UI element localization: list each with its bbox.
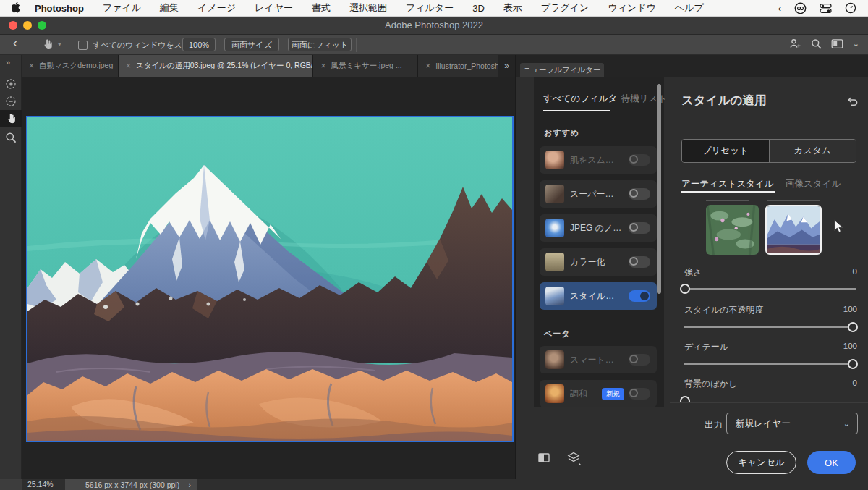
creative-cloud-icon[interactable] — [794, 2, 807, 14]
tab-custom[interactable]: カスタム — [769, 140, 856, 162]
filter-item-style-transfer-selected[interactable]: スタイル… — [540, 282, 657, 310]
style-thumbnail-waterlilies[interactable] — [706, 205, 759, 255]
filter-item-super-zoom[interactable]: スーパー… — [540, 180, 657, 208]
doc-tab-label: 風景ミキサー.jpeg ... — [331, 61, 401, 71]
filter-thumbnail — [545, 219, 564, 237]
workspace-icon[interactable] — [831, 38, 843, 49]
filter-toggle[interactable] — [629, 388, 650, 400]
fit-screen-button[interactable]: 画面サイズ — [224, 38, 279, 51]
doc-tab-4[interactable]: × Illustrator_Photoshop — [418, 55, 498, 77]
slider-strength-knob[interactable] — [680, 284, 690, 294]
slider-strength-value: 0 — [853, 267, 857, 276]
tab-preset[interactable]: プリセット — [682, 140, 769, 162]
menu-layer[interactable]: レイヤー — [255, 1, 293, 14]
filter-label: 調和 — [570, 388, 602, 400]
slider-opacity-value: 100 — [843, 305, 857, 313]
output-select[interactable]: 新規レイヤー ⌄ — [726, 413, 858, 434]
share-image-icon[interactable] — [789, 38, 801, 49]
hand-tool-selected[interactable] — [0, 110, 22, 127]
menu-type[interactable]: 書式 — [312, 1, 331, 14]
canvas-area[interactable] — [22, 77, 515, 479]
slider-strength-track[interactable] — [684, 288, 856, 290]
section-header-beta: ベータ — [544, 329, 571, 339]
tab-overflow-chevron[interactable]: » — [498, 55, 515, 77]
close-tab-icon[interactable]: × — [29, 61, 34, 71]
scroll-all-windows-checkbox[interactable] — [78, 41, 88, 50]
menu-image[interactable]: イメージ — [197, 1, 236, 14]
divider — [670, 255, 868, 255]
slider-detail-knob[interactable] — [848, 359, 858, 369]
ok-button[interactable]: OK — [807, 451, 856, 474]
hand-tool-icon[interactable] — [42, 38, 54, 51]
menu-app-name[interactable]: Photoshop — [35, 3, 84, 14]
slider-opacity-track[interactable] — [684, 326, 856, 328]
doc-tab-2-active[interactable]: × スタイルの適用03.jpeg @ 25.1% (レイヤー 0, RGB/8#… — [119, 55, 314, 77]
fill-screen-button[interactable]: 画面にフィット — [288, 38, 352, 51]
filter-item-colorize[interactable]: カラー化 — [540, 248, 657, 276]
hand-tool-dropdown-caret[interactable]: ▾ — [58, 41, 61, 48]
slider-opacity-knob[interactable] — [848, 322, 858, 332]
doc-tab-label: 自動マスクdemo.jpeg — [39, 61, 113, 71]
search-icon[interactable] — [811, 38, 822, 49]
filter-item-harmonization[interactable]: 調和 新規 — [540, 380, 657, 407]
close-tab-icon[interactable]: × — [126, 61, 131, 71]
photoshop-window: Photoshop ファイル 編集 イメージ レイヤー 書式 選択範囲 フィルタ… — [0, 0, 868, 490]
close-tab-icon[interactable]: × — [320, 61, 326, 71]
cancel-button[interactable]: キャンセル — [726, 451, 796, 474]
tab-image-styles[interactable]: 画像スタイル — [786, 178, 841, 190]
slider-background-blur-knob[interactable] — [680, 396, 690, 402]
doc-tab-1[interactable]: × 自動マスクdemo.jpeg — [22, 55, 119, 77]
menu-window[interactable]: ウィンドウ — [608, 1, 656, 14]
menu-filter[interactable]: フィルター — [406, 1, 454, 14]
filter-toggle[interactable] — [629, 256, 650, 268]
collapse-tools-icon[interactable]: » — [6, 58, 10, 67]
reset-icon[interactable] — [846, 96, 859, 107]
filter-label: スタイル… — [570, 290, 629, 303]
document-info[interactable]: 5616 px x 3744 px (300 ppi) › — [65, 479, 197, 490]
filter-item-smart-portrait[interactable]: スマート… — [540, 346, 657, 373]
filter-toggle[interactable] — [629, 354, 650, 366]
tab-all-filters[interactable]: すべてのフィルタ — [543, 93, 617, 104]
filter-item-jpeg-artifacts[interactable]: JPEG のノ… — [540, 214, 657, 242]
menu-3d[interactable]: 3D — [472, 3, 485, 14]
slider-detail-track[interactable] — [684, 363, 856, 365]
slider-opacity-label: スタイルの不透明度 — [684, 304, 763, 316]
filter-toggle-on[interactable] — [629, 290, 650, 302]
apple-icon[interactable] — [12, 2, 22, 14]
filter-toggle[interactable] — [629, 154, 650, 166]
filter-toggle[interactable] — [629, 188, 650, 200]
menu-select[interactable]: 選択範囲 — [349, 1, 387, 14]
layers-preview-icon[interactable] — [566, 451, 581, 465]
menubar-more-icon[interactable]: ‹ — [778, 3, 781, 14]
menu-file[interactable]: ファイル — [103, 1, 141, 14]
filter-list-scrollbar[interactable] — [657, 84, 661, 294]
tab-artist-styles[interactable]: アーティストスタイル — [681, 178, 774, 190]
filter-thumbnail — [545, 185, 564, 203]
clock-icon[interactable] — [845, 2, 856, 14]
magnifier-tool[interactable] — [0, 129, 22, 146]
zoom-out-tool[interactable] — [0, 93, 22, 110]
zoom-100-button[interactable]: 100% — [182, 38, 216, 51]
document-image[interactable] — [26, 116, 514, 442]
zoom-percentage[interactable]: 25.14% — [27, 480, 54, 489]
divider — [670, 122, 868, 122]
menu-edit[interactable]: 編集 — [160, 1, 179, 14]
neural-filters-tab[interactable]: ニューラルフィルター — [520, 63, 604, 77]
menu-help[interactable]: ヘルプ — [675, 1, 704, 14]
filter-toggle[interactable] — [629, 222, 650, 234]
zoom-in-tool[interactable] — [0, 75, 22, 93]
menu-plugins[interactable]: プラグイン — [541, 1, 590, 14]
filter-label: カラー化 — [570, 256, 629, 269]
menu-view[interactable]: 表示 — [503, 1, 522, 14]
document-tabs-bar: × 自動マスクdemo.jpeg × スタイルの適用03.jpeg @ 25.1… — [22, 55, 515, 77]
control-center-icon[interactable] — [820, 3, 832, 14]
back-chevron-icon[interactable]: ‹ — [13, 35, 17, 51]
preview-compare-icon[interactable] — [537, 452, 550, 464]
filter-thumbnail — [545, 151, 564, 169]
workspace-dropdown-caret[interactable]: ⌄ — [853, 39, 859, 48]
style-thumbnail-mountains-selected[interactable] — [765, 205, 822, 255]
filter-item-skin-smoothing[interactable]: 肌をスム… — [540, 146, 657, 174]
filter-label: スマート… — [570, 354, 629, 366]
doc-tab-3[interactable]: × 風景ミキサー.jpeg ... — [313, 55, 418, 77]
close-tab-icon[interactable]: × — [425, 61, 430, 71]
